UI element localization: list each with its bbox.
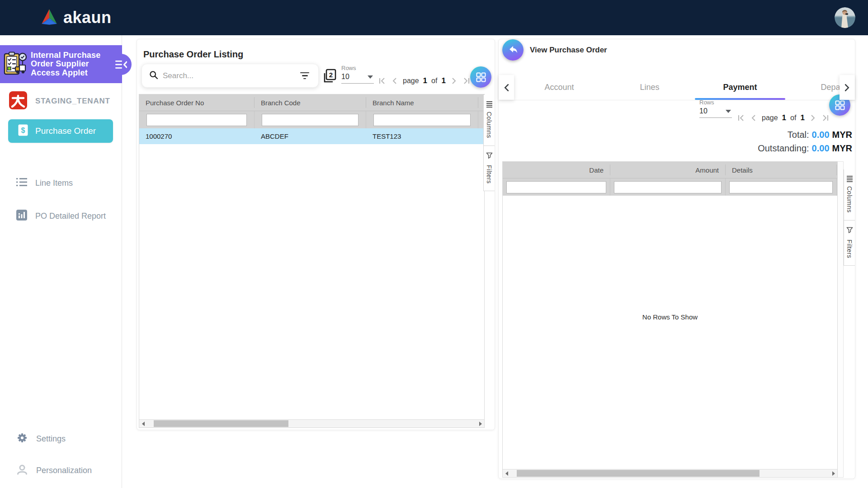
last-page-button[interactable] [462,77,470,85]
total-value: 0.00 [812,130,830,140]
filter-input-amount[interactable] [614,181,722,193]
last-page-button[interactable] [821,114,829,122]
side-tab-columns[interactable]: Columns [483,95,495,146]
outstanding-currency: MYR [832,143,852,153]
rows-select[interactable]: 10 [699,106,732,118]
filter-input-branch-code[interactable] [262,114,359,126]
grid-side-panel: Columns Filters [844,169,855,266]
filter-input-branch-name[interactable] [373,114,471,126]
next-page-button[interactable] [809,114,817,122]
totals-block: Total:0.00MYR Outstanding:0.00MYR [758,128,852,155]
scrollbar-thumb[interactable] [154,420,289,427]
column-header-date[interactable]: Date [503,164,610,175]
payments-table-wrap: Date Amount Details No Rows To Show [502,161,844,478]
sidebar-item-personalization[interactable]: Personalization [16,464,92,478]
search-input[interactable] [163,71,294,80]
tab-department[interactable]: Depa [785,75,840,100]
cell-branch-name: TEST123 [366,128,478,144]
side-tab-filters[interactable]: Filters [844,221,855,266]
svg-text:2: 2 [329,71,333,79]
tabs-scroll-right-button[interactable] [840,75,855,100]
tabs-row: Account Lines Payment Depa [514,75,840,100]
sidebar-item-line-items[interactable]: Line Items [16,178,73,188]
scrollbar-track[interactable] [147,420,476,427]
applet-clipboard-truck-icon [2,52,28,79]
outstanding-label: Outstanding: [758,143,809,153]
gear-icon [16,432,28,446]
sidebar-item-settings[interactable]: Settings [16,432,66,446]
scroll-right-arrow[interactable] [476,420,484,427]
column-header-branch-name[interactable]: Branch Name [366,97,478,108]
total-pages: 1 [441,76,445,85]
column-header-amount[interactable]: Amount [610,164,726,175]
detail-title: View Purchase Order [530,46,607,55]
filter-funnel-icon [846,227,853,235]
current-page: 1 [423,76,427,85]
tenant-selector[interactable]: STAGING_TENANT [9,91,110,111]
vertical-scrollbar[interactable] [838,161,844,478]
previous-page-button[interactable] [750,114,758,122]
total-line: Total:0.00MYR [758,128,852,141]
scrollbar-thumb[interactable] [517,470,760,477]
collapse-sidebar-button[interactable] [110,54,132,75]
tab-lines[interactable]: Lines [604,75,695,100]
detail-header: View Purchase Order [502,38,607,60]
of-word: of [790,114,796,122]
filter-input-date[interactable] [506,181,606,193]
view-purchase-order-panel: View Purchase Order Account Lines Paymen… [498,39,855,479]
brand-name: akaun [63,8,112,27]
column-header-branch-code[interactable]: Branch Code [255,97,366,108]
filter-input-details[interactable] [729,181,833,193]
column-header-details[interactable]: Details [726,164,837,175]
columns-icon [847,176,853,182]
scrollbar-track[interactable] [510,469,830,477]
outstanding-line: Outstanding:0.00MYR [758,141,852,155]
first-page-button[interactable] [378,77,387,85]
pages-icon[interactable]: 2 [322,68,337,85]
sidebar-item-label: Settings [36,434,66,444]
sidebar-item-label: Line Items [35,178,73,188]
rows-label: Rows [699,99,732,106]
first-page-button[interactable] [737,114,745,122]
scroll-left-arrow[interactable] [139,420,147,427]
total-pages: 1 [800,113,804,122]
grid-view-button[interactable] [470,66,491,88]
table-header-row: Purchase Order No Branch Code Branch Nam… [139,94,484,111]
cell-purchase-order-no: 1000270 [139,128,255,144]
scroll-left-arrow[interactable] [503,469,510,477]
table-filter-row [139,111,484,128]
scroll-right-arrow[interactable] [830,469,837,477]
user-avatar[interactable] [835,7,855,28]
table-header-row: Date Amount Details [503,162,837,178]
page-title: Purchase Order Listing [143,49,243,60]
tabs-scroll-left-button[interactable] [499,75,514,100]
next-page-button[interactable] [450,77,458,85]
tab-account[interactable]: Account [514,75,604,100]
list-icon [16,178,27,188]
side-tab-filters[interactable]: Filters [483,146,495,192]
empty-table-message: No Rows To Show [503,313,837,321]
horizontal-scrollbar [139,419,484,427]
chevron-down-icon [726,110,731,113]
side-tab-columns[interactable]: Columns [844,169,855,221]
filter-input-purchase-order-no[interactable] [146,114,247,126]
pagination: page 1 of 1 [737,113,829,122]
of-word: of [431,77,437,85]
tab-payment[interactable]: Payment [695,75,785,100]
sidebar: Internal Purchase Order Supplier Access … [0,35,122,488]
previous-page-button[interactable] [391,77,399,85]
side-tab-label: Filters [486,165,493,184]
tenant-name: STAGING_TENANT [35,97,110,106]
filter-icon[interactable] [298,70,311,81]
sidebar-item-po-detailed-report[interactable]: PO Detailed Report [16,210,106,223]
rows-value: 10 [341,73,349,81]
table-body: No Rows To Show [503,196,837,469]
rows-value: 10 [699,107,708,115]
rows-select[interactable]: 10 [341,71,374,84]
sidebar-item-purchase-order[interactable]: $ Purchase Order [8,119,113,143]
side-tab-label: Columns [486,112,493,138]
column-header-purchase-order-no[interactable]: Purchase Order No [139,97,255,108]
table-row-selected[interactable]: 1000270 ABCDEF TEST123 [139,128,484,144]
back-button[interactable] [502,39,524,61]
tab-strip: Account Lines Payment Depa [499,75,855,100]
